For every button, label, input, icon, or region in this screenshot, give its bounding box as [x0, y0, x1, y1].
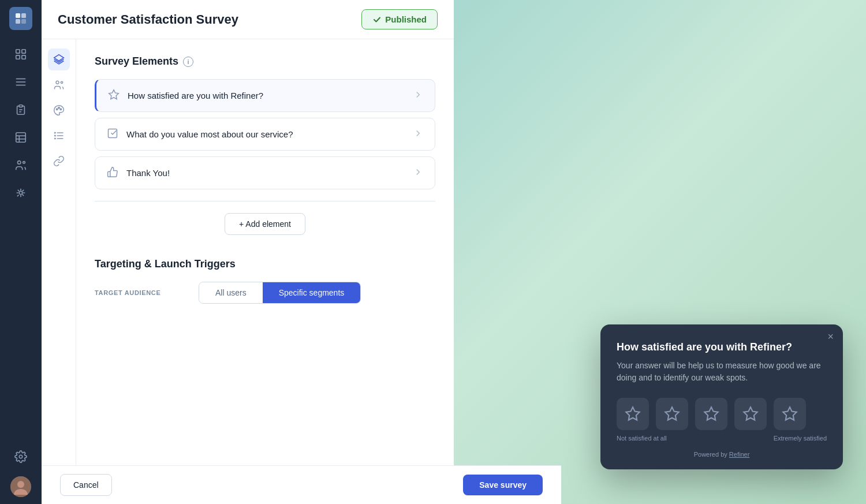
all-users-button[interactable]: All users	[199, 282, 263, 303]
survey-element-1[interactable]: How satisfied are you with Refiner?	[95, 79, 435, 112]
style-icon	[53, 104, 65, 116]
sidebar-item-surveys[interactable]	[8, 97, 33, 122]
users-icon	[53, 79, 65, 91]
sub-nav-item-link[interactable]	[48, 150, 70, 172]
cancel-button[interactable]: Cancel	[60, 474, 112, 496]
sidebar-item-settings[interactable]	[8, 444, 33, 469]
svg-rect-0	[16, 13, 20, 18]
popup-question: How satisfied are you with Refiner?	[617, 341, 827, 354]
svg-point-35	[54, 138, 55, 139]
svg-point-23	[17, 481, 24, 488]
svg-marker-42	[783, 407, 796, 420]
svg-marker-39	[665, 407, 678, 420]
sub-nav-item-list[interactable]	[48, 125, 70, 147]
popup-footer: Powered by Refiner	[617, 451, 827, 458]
page-title: Customer Satisfaction Survey	[58, 12, 238, 27]
target-audience-row: TARGET AUDIENCE All users Specific segme…	[95, 282, 435, 304]
star-button-1[interactable]	[617, 398, 649, 430]
survey-element-2[interactable]: What do you value most about our service…	[95, 118, 435, 151]
star-label-left: Not satisfied at all	[617, 435, 667, 442]
user-avatar[interactable]	[10, 476, 31, 497]
target-audience-label: TARGET AUDIENCE	[95, 289, 199, 296]
svg-rect-5	[22, 50, 25, 53]
sidebar-item-results[interactable]	[8, 125, 33, 150]
svg-point-29	[60, 109, 62, 110]
app-logo[interactable]	[9, 7, 32, 30]
element-3-label: Thank You!	[126, 168, 170, 178]
star-button-4[interactable]	[734, 398, 767, 430]
main-content: Customer Satisfaction Survey Published	[42, 0, 454, 504]
page-header: Customer Satisfaction Survey Published	[42, 0, 454, 39]
list-icon	[53, 130, 65, 141]
sub-nav-item-style[interactable]	[48, 99, 70, 121]
sidebar-item-menu[interactable]	[8, 69, 33, 95]
section-divider	[95, 201, 435, 201]
svg-point-18	[18, 161, 21, 165]
info-icon[interactable]: i	[183, 57, 193, 67]
popup-description: Your answer will be help us to measure h…	[617, 360, 827, 384]
check-icon	[372, 15, 382, 24]
svg-rect-7	[22, 55, 25, 59]
sidebar-item-dashboard[interactable]	[8, 42, 33, 67]
survey-popup: × How satisfied are you with Refiner? Yo…	[600, 324, 843, 469]
element-1-label: How satisfied are you with Refiner?	[128, 91, 263, 100]
sub-nav-item-users[interactable]	[48, 74, 70, 96]
chevron-right-icon-3	[413, 167, 423, 180]
svg-point-19	[23, 162, 25, 164]
specific-segments-button[interactable]: Specific segments	[263, 282, 361, 303]
svg-point-34	[54, 135, 55, 136]
element-2-label: What do you value most about our service…	[126, 129, 293, 139]
svg-point-26	[61, 81, 62, 83]
svg-marker-36	[109, 90, 119, 99]
chevron-right-icon-1	[413, 89, 423, 102]
star-button-5[interactable]	[774, 398, 806, 430]
svg-point-27	[56, 109, 58, 110]
targeting-section-title: Targeting & Launch Triggers	[95, 258, 435, 270]
sub-navigation	[42, 39, 76, 504]
survey-element-3[interactable]: Thank You!	[95, 156, 435, 189]
sub-nav-item-layers[interactable]	[48, 48, 70, 70]
add-element-button[interactable]: + Add element	[225, 213, 305, 235]
star-button-3[interactable]	[695, 398, 727, 430]
svg-point-33	[54, 132, 55, 133]
svg-point-28	[58, 107, 59, 109]
svg-rect-2	[16, 19, 20, 24]
svg-point-21	[19, 455, 23, 458]
refiner-link[interactable]: Refiner	[729, 451, 749, 458]
chevron-right-icon-2	[413, 128, 423, 141]
sidebar	[0, 0, 42, 504]
sidebar-item-integrations[interactable]	[8, 180, 33, 206]
layers-icon	[53, 54, 65, 65]
published-button[interactable]: Published	[361, 9, 438, 29]
save-survey-button[interactable]: Save survey	[463, 475, 543, 495]
svg-rect-4	[16, 50, 20, 53]
svg-point-25	[56, 81, 59, 84]
svg-rect-6	[16, 55, 20, 59]
svg-rect-14	[16, 133, 26, 143]
svg-marker-41	[744, 407, 757, 420]
svg-marker-38	[626, 407, 639, 420]
svg-rect-3	[21, 19, 26, 24]
survey-elements-section-title: Survey Elements i	[95, 55, 435, 68]
thumbsup-icon	[107, 166, 118, 180]
star-label-right: Extremely satisfied	[774, 435, 827, 442]
star-outline-icon	[108, 89, 120, 102]
preview-area: × How satisfied are you with Refiner? Yo…	[454, 0, 866, 504]
stars-row	[617, 398, 827, 430]
svg-rect-37	[109, 129, 117, 138]
sidebar-item-audience[interactable]	[8, 152, 33, 178]
checkbox-icon	[107, 128, 118, 141]
svg-point-20	[19, 191, 23, 195]
svg-rect-11	[19, 105, 23, 107]
svg-marker-40	[704, 407, 718, 420]
audience-segmented-control: All users Specific segments	[199, 282, 361, 304]
svg-rect-1	[21, 13, 26, 18]
star-button-2[interactable]	[656, 398, 688, 430]
page-area: Survey Elements i How satisfied are you …	[42, 39, 454, 504]
page-footer: Cancel Save survey	[42, 465, 561, 504]
popup-close-button[interactable]: ×	[827, 331, 834, 342]
link-icon	[53, 155, 65, 167]
stars-labels: Not satisfied at all Extremely satisfied	[617, 435, 827, 442]
content-area: Survey Elements i How satisfied are you …	[76, 39, 454, 504]
